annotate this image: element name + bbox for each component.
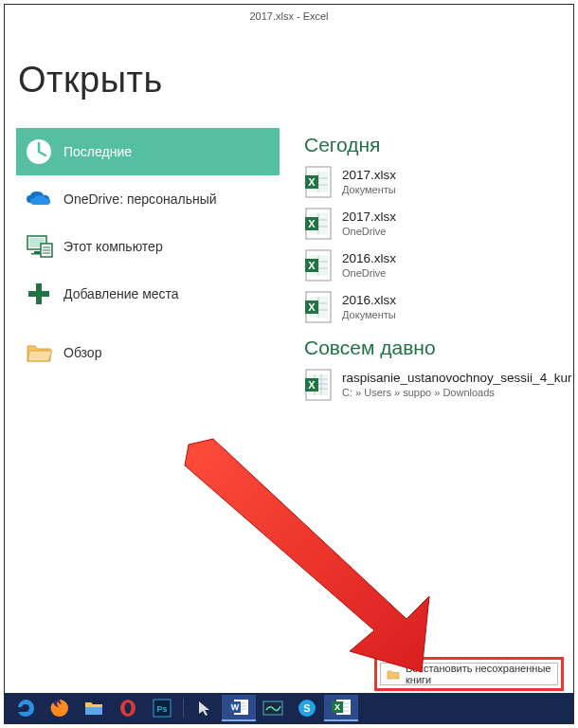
location-label: Добавление места [63,286,179,301]
location-label: Этот компьютер [63,239,163,254]
svg-text:W: W [231,702,240,712]
svg-text:S: S [303,702,310,714]
svg-text:X: X [334,702,340,712]
folder-icon [22,336,56,370]
file-text: raspisanie_ustanovochnoy_sessii_4_kur C:… [342,371,571,398]
recent-files-panel: Сегодня X 2017.xlsx Документы X 2017.xls… [304,130,573,407]
location-label: Обзор [63,345,101,360]
location-onedrive[interactable]: OneDrive: персональный [16,175,280,223]
taskbar-firefox-icon[interactable] [43,695,77,721]
recent-file-item[interactable]: X 2016.xlsx Документы [304,287,573,327]
file-name: 2017.xlsx [342,209,396,225]
recent-file-item[interactable]: X raspisanie_ustanovochnoy_sessii_4_kur … [304,365,573,405]
file-text: 2016.xlsx Документы [342,293,396,320]
file-path: C: » Users » suppo » Downloads [342,387,571,399]
svg-text:X: X [308,301,316,313]
location-recent[interactable]: Последние [16,128,280,175]
file-path: Документы [342,184,396,196]
file-name: raspisanie_ustanovochnoy_sessii_4_kur [342,371,571,386]
svg-text:X: X [308,379,316,391]
file-name: 2017.xlsx [342,168,396,183]
location-label: OneDrive: персональный [63,191,217,207]
recover-label: Восстановить несохраненные книги [406,663,551,685]
taskbar-cursor-icon[interactable] [188,695,222,721]
this-pc-icon [22,229,56,264]
location-browse[interactable]: Обзор [16,329,280,376]
svg-rect-49 [85,707,102,715]
window-title: 2017.xlsx - Excel [5,10,573,22]
file-text: 2017.xlsx Документы [342,168,396,195]
file-name: 2016.xlsx [342,251,396,266]
add-place-icon [22,277,56,311]
excel-file-icon: X [304,166,333,198]
excel-file-icon: X [304,208,333,240]
file-text: 2016.xlsx OneDrive [342,251,396,279]
annotation-arrow [168,437,452,683]
folder-icon [387,669,400,680]
taskbar-word-icon[interactable]: W [222,695,256,721]
page-heading: Открыть [18,60,163,100]
taskbar-divider [183,699,184,718]
svg-text:Ps: Ps [156,704,167,714]
taskbar-file-explorer-icon[interactable] [77,695,111,721]
recent-file-item[interactable]: X 2016.xlsx OneDrive [304,246,573,285]
taskbar-app-icon[interactable] [256,695,290,721]
recent-file-item[interactable]: X 2017.xlsx Документы [304,162,573,202]
svg-rect-10 [28,291,49,297]
section-header-today: Сегодня [304,134,573,156]
windows-taskbar: Ps W S X [5,693,573,723]
location-this-pc[interactable]: Этот компьютер [16,223,280,270]
file-text: 2017.xlsx OneDrive [342,209,396,237]
location-label: Последние [63,144,132,159]
svg-point-51 [125,702,132,714]
taskbar-skype-icon[interactable]: S [290,695,324,721]
taskbar-opera-icon[interactable] [111,695,145,721]
svg-text:X: X [308,176,316,188]
file-path: Документы [342,309,396,321]
file-path: OneDrive [342,226,396,238]
taskbar-photoshop-icon[interactable]: Ps [145,695,179,721]
excel-file-icon: X [304,291,333,323]
clock-icon [22,135,56,169]
excel-open-backstage: 2017.xlsx - Excel Открыть Последние OneD… [4,4,574,724]
taskbar-excel-icon[interactable]: X [324,695,358,721]
recent-file-item[interactable]: X 2017.xlsx OneDrive [304,204,573,244]
taskbar-edge-icon[interactable] [9,695,43,721]
location-add-place[interactable]: Добавление места [16,270,280,318]
file-path: OneDrive [342,267,396,280]
excel-file-icon: X [304,249,333,282]
file-name: 2016.xlsx [342,293,396,308]
onedrive-icon [22,182,56,216]
svg-text:X: X [308,260,316,271]
excel-file-icon: X [304,369,333,401]
locations-list: Последние OneDrive: персональный [16,128,280,376]
section-header-older: Совсем давно [304,337,573,359]
svg-text:X: X [308,218,316,229]
recover-unsaved-button[interactable]: Восстановить несохраненные книги [380,663,558,685]
svg-rect-3 [34,251,40,253]
